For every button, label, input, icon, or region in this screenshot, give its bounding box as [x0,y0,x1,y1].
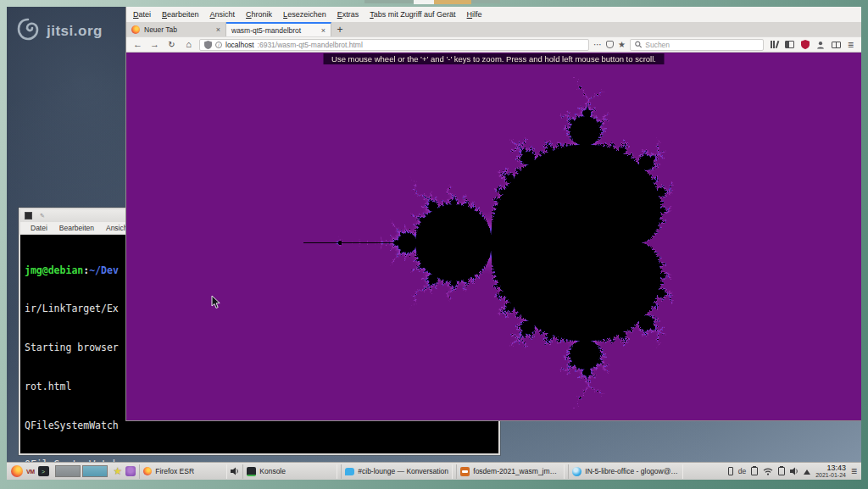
menu-datei[interactable]: Datei [133,10,151,19]
konsole-icon [247,467,256,476]
menu-hilfe[interactable]: Hilfe [467,10,482,19]
mouse-cursor [211,295,221,309]
audio-playing-icon [231,467,239,475]
task-meeting[interactable]: IN-5-libre-office - glogow@fbiho… [568,464,683,479]
search-bar[interactable] [630,39,764,51]
desktop-1[interactable] [55,465,81,477]
panel-menu-icon[interactable]: ≡ [851,465,857,477]
bookmark-star-icon[interactable]: ★ [618,41,626,49]
impress-document-icon [460,467,470,476]
menu-bearbeiten[interactable]: Bearbeiten [162,10,199,19]
firefox-menubar: Datei Bearbeiten Ansicht Chronik Lesezei… [126,7,861,22]
account-icon[interactable] [816,41,825,49]
pocket-icon[interactable] [606,41,614,48]
mandelbrot-canvas[interactable] [126,53,861,420]
wifi-icon[interactable] [763,468,773,475]
menu-chronik[interactable]: Chronik [246,10,272,19]
home-button[interactable]: ⌂ [182,40,195,49]
site-info-icon[interactable]: i [215,42,222,48]
toolbar-icons: ≡ [768,40,856,50]
device-tray-icon[interactable] [728,467,733,475]
navigation-bar: ← → ↻ ⌂ i localhost:6931/wasm-qt5-mandel… [126,36,861,53]
zoom-instructions: Use mouse wheel or the '+' and '-' keys … [323,53,665,64]
jitsi-watermark: jitsi.org [15,17,103,46]
chat-bubble-icon [345,468,354,475]
containers-icon[interactable] [832,42,841,48]
system-tray: de 13:43 2021-01-24 ≡ [728,464,857,479]
virtual-desktop-pager [55,465,108,477]
screen-edge-tan [434,0,471,4]
forward-button[interactable]: → [148,40,161,49]
url-path: :6931/wasm-qt5-mandelbrot.html [258,41,363,49]
vm-launcher-icon[interactable]: VM [26,469,35,475]
desktop-2[interactable] [82,465,108,477]
url-host: localhost [225,41,254,49]
sidebar-icon[interactable] [785,41,794,48]
firefox-favicon-icon [131,25,140,34]
tab-neuer-tab[interactable]: Neuer Tab × [126,22,226,36]
konsole-menu-datei[interactable]: Datei [31,224,47,232]
task-konsole[interactable]: Konsole [242,464,337,479]
clock[interactable]: 13:43 2021-01-24 [815,464,846,479]
clipboard-icon[interactable] [778,467,785,475]
konsole-launcher-icon[interactable]: > [38,466,49,476]
page-actions-icon[interactable]: ⋯ [593,41,602,49]
shared-screen: jitsi.org HD ✎ Datei Bearbeiten Ansicht … [7,7,861,480]
keyboard-layout-indicator[interactable]: de [738,467,746,475]
page-content: Use mouse wheel or the '+' and '-' keys … [126,53,861,420]
url-bar[interactable]: i localhost:6931/wasm-qt5-mandelbrot.htm… [199,39,589,51]
app-launcher-icon[interactable] [125,466,136,476]
menu-ansicht[interactable]: Ansicht [210,10,236,19]
reload-button[interactable]: ↻ [165,41,178,49]
menu-tabs-geraet[interactable]: Tabs mit Zugriff auf Gerät [370,10,455,19]
library-icon[interactable] [771,41,778,48]
clock-time: 13:43 [815,464,846,472]
konsole-menu-bearbeiten[interactable]: Bearbeiten [59,224,94,232]
tab-close-icon[interactable]: × [216,25,220,34]
jitsi-watermark-label: jitsi.org [47,23,103,40]
screen-edge-white [414,0,434,4]
konsole-app-icon [25,212,32,219]
menu-extras[interactable]: Extras [337,10,359,19]
new-tab-button[interactable]: + [331,22,348,36]
tab-close-icon[interactable]: × [321,26,326,35]
clock-date: 2021-01-24 [815,472,846,478]
tray-expander-icon[interactable] [804,466,810,475]
back-button[interactable]: ← [131,40,144,49]
taskbar: VM > ★ Firefox ESR Konsole #cib-lounge —… [7,462,861,480]
task-firefox-esr[interactable]: Firefox ESR [139,464,227,479]
firefox-launcher-icon[interactable] [11,465,23,477]
volume-icon[interactable] [790,467,798,475]
hamburger-menu-icon[interactable]: ≡ [848,40,854,50]
jitsi-logo-icon [15,17,41,46]
search-icon [635,41,642,48]
task-konversation[interactable]: #cib-lounge — Konversation [341,464,453,479]
adblock-shield-icon[interactable] [801,40,810,49]
menu-lesezeichen[interactable]: Lesezeichen [283,10,326,19]
klipper-icon[interactable] [751,467,758,475]
task-impress-presentation[interactable]: fosdem-2021_wasm_jmg.odp - Li… [456,464,565,479]
tab-wasm-qt5-mandelbrot[interactable]: wasm-qt5-mandelbrot × [226,22,331,36]
permissions-shield-icon[interactable] [204,41,212,49]
meeting-sphere-icon [572,467,581,476]
star-launcher-icon[interactable]: ★ [114,466,123,476]
search-input[interactable] [645,41,759,49]
firefox-icon [143,467,152,475]
edit-icon: ✎ [40,213,45,219]
terminal-line: QFileSystemWatch [25,420,494,432]
firefox-window[interactable]: Datei Bearbeiten Ansicht Chronik Lesezei… [125,7,861,421]
tab-bar: Neuer Tab × wasm-qt5-mandelbrot × + [126,22,861,36]
